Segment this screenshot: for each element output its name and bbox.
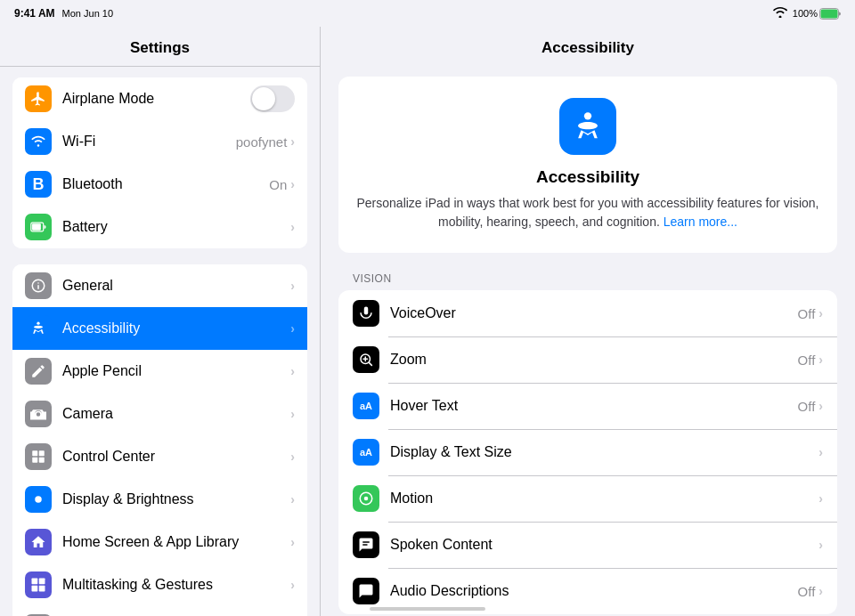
display-chevron: › bbox=[290, 492, 295, 507]
hero-icon bbox=[559, 98, 616, 155]
displaytextsize-chevron: › bbox=[818, 445, 823, 459]
hovertext-value: Off bbox=[798, 399, 816, 414]
sidebar-item-display[interactable]: Display & Brightness › bbox=[12, 478, 307, 521]
hovertext-chevron: › bbox=[818, 399, 823, 413]
audiodesc-chevron: › bbox=[818, 584, 823, 598]
svg-rect-6 bbox=[39, 450, 45, 456]
status-bar: 9:41 AM Mon Jun 10 100% bbox=[0, 0, 855, 27]
svg-rect-12 bbox=[32, 586, 38, 592]
sidebar-item-controlcenter[interactable]: Control Center › bbox=[12, 435, 307, 478]
right-panel-title: Accessibility bbox=[321, 27, 855, 66]
sidebar-item-accessibility[interactable]: Accessibility › bbox=[12, 307, 307, 350]
status-date: Mon Jun 10 bbox=[62, 8, 113, 19]
bluetooth-icon: B bbox=[25, 171, 52, 198]
sidebar-item-label-general: General bbox=[62, 278, 290, 294]
sidebar-item-wifi[interactable]: Wi-Fi poofynet › bbox=[12, 120, 307, 163]
wifi-chevron: › bbox=[290, 134, 295, 149]
battery-percent: 100% bbox=[793, 8, 818, 19]
general-icon bbox=[25, 272, 52, 299]
bluetooth-chevron: › bbox=[290, 177, 295, 191]
right-content: Accessibility Personalize iPad in ways t… bbox=[321, 66, 855, 616]
svg-rect-1 bbox=[821, 9, 838, 18]
sidebar-item-camera[interactable]: Camera › bbox=[12, 393, 307, 435]
homescreen-icon bbox=[25, 529, 52, 555]
battery-icon: 100% bbox=[793, 8, 841, 20]
svg-rect-10 bbox=[32, 579, 38, 585]
hero-title: Accessibility bbox=[356, 167, 819, 187]
sidebar-item-battery[interactable]: Battery › bbox=[12, 206, 307, 248]
sidebar-item-multitasking[interactable]: Multitasking & Gestures › bbox=[12, 563, 307, 606]
sidebar-item-label-airplane: Airplane Mode bbox=[62, 91, 250, 107]
motion-chevron: › bbox=[818, 491, 823, 506]
multitasking-icon bbox=[25, 571, 52, 598]
sidebar-item-applepencil[interactable]: Apple Pencil › bbox=[12, 350, 307, 393]
sidebar-item-homescreen[interactable]: Home Screen & App Library › bbox=[12, 521, 307, 563]
sidebar-item-search[interactable]: Search › bbox=[12, 606, 307, 616]
spokencontent-chevron: › bbox=[818, 538, 823, 552]
sidebar-item-label-bluetooth: Bluetooth bbox=[62, 176, 269, 192]
status-icons: 100% bbox=[773, 7, 841, 20]
zoom-label: Zoom bbox=[390, 352, 798, 368]
main-container: Settings Airplane Mode bbox=[0, 27, 855, 616]
svg-rect-8 bbox=[39, 458, 45, 463]
svg-point-18 bbox=[364, 497, 369, 501]
sidebar-item-bluetooth[interactable]: B Bluetooth On › bbox=[12, 163, 307, 206]
motion-row[interactable]: Motion › bbox=[338, 475, 837, 522]
learn-more-link[interactable]: Learn more... bbox=[664, 215, 737, 229]
airplane-icon bbox=[25, 85, 52, 112]
battery-chevron: › bbox=[290, 220, 295, 234]
zoom-value: Off bbox=[798, 353, 816, 368]
svg-rect-11 bbox=[39, 579, 45, 585]
zoom-icon bbox=[353, 346, 379, 373]
voiceover-label: VoiceOver bbox=[390, 305, 798, 321]
airplane-toggle[interactable] bbox=[250, 85, 295, 112]
displaytextsize-label: Display & Text Size bbox=[390, 444, 815, 460]
zoom-row[interactable]: Zoom Off › bbox=[338, 336, 837, 383]
displaytextsize-row[interactable]: aA Display & Text Size › bbox=[338, 429, 837, 475]
motion-icon bbox=[353, 485, 379, 512]
battery-sidebar-icon bbox=[25, 214, 52, 240]
applepencil-icon bbox=[25, 358, 52, 385]
sidebar-list: Airplane Mode Wi-Fi poofynet › bbox=[0, 67, 320, 616]
hovertext-icon: aA bbox=[353, 393, 379, 419]
display-icon bbox=[25, 486, 52, 513]
homescreen-chevron: › bbox=[290, 535, 295, 549]
svg-point-15 bbox=[584, 112, 591, 119]
wifi-icon bbox=[773, 7, 787, 20]
camera-chevron: › bbox=[290, 407, 295, 421]
sidebar-item-label-controlcenter: Control Center bbox=[62, 449, 290, 465]
voiceover-row[interactable]: VoiceOver Off › bbox=[338, 290, 837, 336]
sidebar-item-label-display: Display & Brightness bbox=[62, 491, 290, 507]
spokencontent-row[interactable]: Spoken Content › bbox=[338, 522, 837, 568]
svg-rect-5 bbox=[32, 450, 37, 456]
sidebar-section-connectivity: Airplane Mode Wi-Fi poofynet › bbox=[12, 77, 307, 248]
svg-rect-13 bbox=[39, 586, 45, 592]
sidebar-item-label-battery: Battery bbox=[62, 219, 290, 235]
sidebar-item-label-wifi: Wi-Fi bbox=[62, 134, 236, 150]
audiodesc-value: Off bbox=[798, 584, 816, 599]
sidebar-item-airplane[interactable]: Airplane Mode bbox=[12, 77, 307, 120]
multitasking-chevron: › bbox=[290, 578, 295, 592]
sidebar-item-label-applepencil: Apple Pencil bbox=[62, 363, 290, 379]
home-indicator bbox=[370, 607, 485, 611]
vision-section-header: VISION bbox=[338, 272, 837, 285]
controlcenter-icon bbox=[25, 443, 52, 470]
sidebar-item-label-camera: Camera bbox=[62, 406, 290, 422]
svg-rect-7 bbox=[32, 458, 37, 463]
sidebar-item-label-accessibility: Accessibility bbox=[62, 320, 290, 336]
vision-section: VISION VoiceOver Off › bbox=[338, 272, 837, 614]
hovertext-label: Hover Text bbox=[390, 398, 798, 414]
sidebar-bluetooth-value: On bbox=[269, 177, 287, 192]
right-panel: Accessibility Accessibility Personalize … bbox=[321, 27, 855, 616]
voiceover-icon bbox=[353, 300, 379, 327]
hero-desc: Personalize iPad in ways that work best … bbox=[356, 194, 819, 231]
sidebar-wifi-value: poofynet bbox=[236, 134, 288, 150]
sidebar-item-label-multitasking: Multitasking & Gestures bbox=[62, 577, 290, 593]
accessibility-chevron: › bbox=[290, 321, 295, 336]
hovertext-row[interactable]: aA Hover Text Off › bbox=[338, 383, 837, 429]
displaytextsize-icon: aA bbox=[353, 439, 379, 466]
sidebar-item-general[interactable]: General › bbox=[12, 264, 307, 307]
sidebar-title: Settings bbox=[0, 27, 320, 67]
controlcenter-chevron: › bbox=[290, 450, 295, 464]
zoom-chevron: › bbox=[818, 353, 823, 367]
